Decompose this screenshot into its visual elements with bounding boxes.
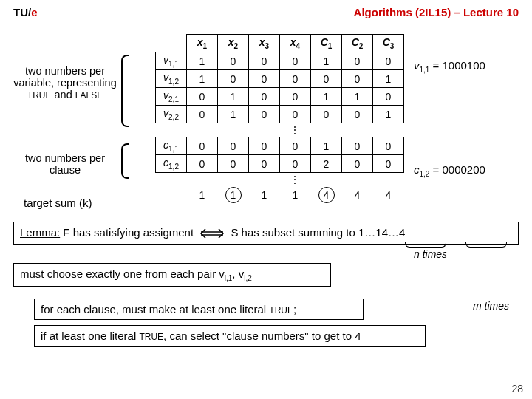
annot-var: c [414, 163, 420, 176]
brace-variables [121, 55, 129, 127]
each-clause-box: for each clause, must make at least one … [34, 299, 364, 320]
slide-number: 28 [511, 383, 523, 395]
brace-clauses [121, 143, 129, 179]
row-c12: c1,2 [156, 155, 187, 173]
cell: 0 [187, 137, 218, 155]
cell: 0 [249, 155, 280, 173]
each2-c: , can select "clause numbers" to get to … [163, 330, 361, 342]
col-x1: x1 [187, 35, 218, 52]
cell: 0 [249, 88, 280, 106]
annot-sub: 1,1 [420, 66, 430, 74]
row-v11: v1,1 [156, 52, 187, 70]
col-x3: x3 [249, 35, 280, 52]
annot-var: v [414, 59, 420, 72]
circle-icon: 4 [318, 187, 335, 203]
col-C1: C1 [311, 35, 342, 52]
col-x4: x4 [280, 35, 311, 52]
false-label: FALSE [75, 90, 103, 100]
circle-icon: 1 [225, 187, 242, 203]
cell: 0 [280, 88, 311, 106]
cell: 1 [373, 70, 404, 88]
note-clauses: two numbers per clause [13, 152, 117, 176]
cell: 1 [311, 52, 342, 70]
cell: 0 [373, 155, 404, 173]
annot-val: = 0000200 [429, 163, 485, 176]
cell: 0 [342, 155, 373, 173]
each1-true: TRUE [269, 305, 293, 316]
col-C2: C2 [342, 35, 373, 52]
cell: 0 [187, 88, 218, 106]
cell: 1 [311, 88, 342, 106]
cell: 0 [187, 155, 218, 173]
cell: 0 [342, 70, 373, 88]
cell: 0 [342, 52, 373, 70]
annot-sub: 1,2 [420, 170, 430, 178]
target-cell: 1 [280, 186, 311, 204]
institution: TU/e [13, 6, 38, 18]
cell: 0 [218, 70, 249, 88]
lemma-right: S has subset summing to 1…14…4 [231, 226, 405, 239]
cell: 1 [373, 106, 404, 123]
true-label: TRUE [27, 90, 52, 100]
note-variables-text: two numbers per variable, representing [13, 65, 116, 89]
tu-e: e [31, 6, 37, 18]
cell: 1 [218, 106, 249, 123]
must-choose-box: must choose exactly one from each pair v… [13, 263, 331, 287]
cell: 0 [373, 88, 404, 106]
tu-pre: TU [13, 6, 28, 18]
clause-numbers-box: if at least one literal TRUE, can select… [34, 325, 426, 347]
target-cell: 1 [249, 186, 280, 204]
cell: 2 [311, 155, 342, 173]
cell: 0 [311, 106, 342, 123]
row-v22: v2,2 [156, 106, 187, 123]
cell: 0 [249, 70, 280, 88]
annotation-c12: c1,2 = 0000200 [414, 163, 485, 178]
vdots-icon: ⋮ [187, 123, 404, 137]
target-cell-circled: 1 [218, 186, 249, 204]
target-cell: 4 [342, 186, 373, 204]
cell: 1 [342, 88, 373, 106]
cell: 1 [187, 52, 218, 70]
annotation-v11: v1,1 = 1000100 [414, 59, 485, 74]
cell: 0 [218, 52, 249, 70]
cell: 0 [280, 137, 311, 155]
each1-c: ; [293, 303, 296, 316]
col-x2: x2 [218, 35, 249, 52]
lemma-box: Lemma: F has satisfying assigment S has … [13, 222, 519, 245]
target-cell: 1 [187, 186, 218, 204]
cell: 0 [249, 106, 280, 123]
cell: 0 [373, 137, 404, 155]
lemma-left: F has satisfying assigment [60, 226, 197, 239]
row-v12: v1,2 [156, 70, 187, 88]
vdots2-icon: ⋮ [187, 173, 404, 187]
annot-val: = 1000100 [429, 59, 485, 72]
brace-m-icon [466, 242, 507, 248]
cell: 0 [280, 155, 311, 173]
cell: 0 [218, 155, 249, 173]
note-variables: two numbers per variable, representing T… [13, 65, 117, 100]
cell: 1 [187, 70, 218, 88]
cell: 0 [280, 106, 311, 123]
each2-true: TRUE [139, 332, 163, 342]
m-times: m times [473, 300, 509, 312]
cell: 0 [280, 52, 311, 70]
cell: 0 [373, 52, 404, 70]
iff-icon [200, 228, 225, 240]
target-cell: 4 [373, 186, 404, 204]
cell: 0 [311, 70, 342, 88]
reduction-table: x1 x2 x3 x4 C1 C2 C3 v1,1 1000100 v1,2 1… [155, 34, 404, 204]
n-times: n times [414, 248, 447, 260]
cell: 1 [218, 88, 249, 106]
cell: 0 [342, 137, 373, 155]
each2-a: if at least one literal [41, 330, 139, 342]
cell: 0 [187, 106, 218, 123]
row-c11: c1,1 [156, 137, 187, 155]
and-label: and [52, 89, 75, 100]
course-title: Algorithms (2IL15) – Lecture 10 [354, 6, 519, 18]
must-text: must choose exactly one from each pair v [20, 267, 225, 280]
target-sum-label: target sum (k) [24, 197, 92, 209]
cell: 0 [280, 70, 311, 88]
cell: 0 [218, 137, 249, 155]
cell: 0 [249, 137, 280, 155]
cell: 0 [342, 106, 373, 123]
